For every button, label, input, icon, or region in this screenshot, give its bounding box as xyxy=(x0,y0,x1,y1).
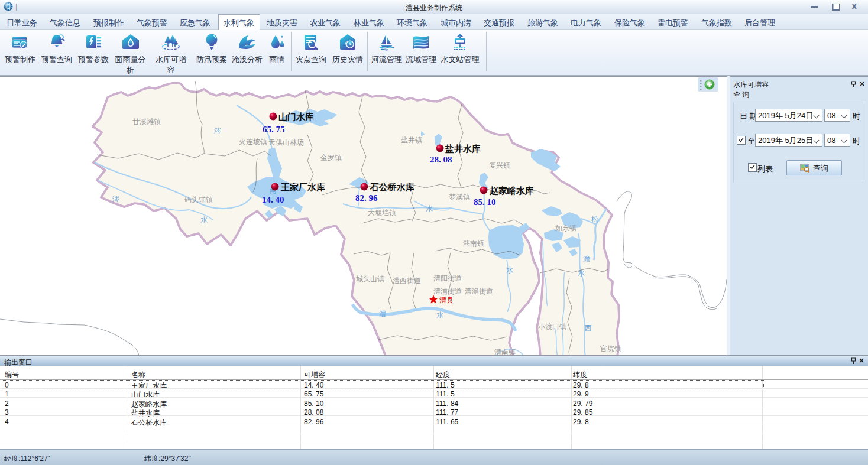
svg-text:复兴镇: 复兴镇 xyxy=(489,161,510,170)
svg-text:金罗镇: 金罗镇 xyxy=(320,154,342,162)
svg-text:城头山镇: 城头山镇 xyxy=(356,275,384,283)
svg-text:水: 水 xyxy=(506,266,513,274)
svg-text:甘溪滩镇: 甘溪滩镇 xyxy=(132,118,161,126)
svg-text:梦溪镇: 梦溪镇 xyxy=(449,193,470,201)
svg-text:水: 水 xyxy=(436,311,443,319)
svg-text:火连坡镇: 火连坡镇 xyxy=(239,138,267,146)
svg-text:澧澹街道: 澧澹街道 xyxy=(465,287,493,295)
svg-text:澧浦街道: 澧浦街道 xyxy=(433,287,462,295)
svg-text:涔: 涔 xyxy=(112,195,119,203)
svg-text:28. 08: 28. 08 xyxy=(430,155,452,164)
svg-text:澧西街道: 澧西街道 xyxy=(393,277,421,285)
svg-text:码头铺镇: 码头铺镇 xyxy=(184,196,213,204)
svg-text:澧阳街道: 澧阳街道 xyxy=(433,274,462,282)
svg-text:小渡口镇: 小渡口镇 xyxy=(538,323,566,331)
svg-text:天供山林场: 天供山林场 xyxy=(268,138,304,147)
svg-text:14. 40: 14. 40 xyxy=(262,195,284,204)
svg-text:盐井水库: 盐井水库 xyxy=(445,144,481,154)
svg-text:65. 75: 65. 75 xyxy=(263,125,285,134)
svg-text:澧: 澧 xyxy=(379,310,386,318)
svg-text:水: 水 xyxy=(200,216,208,224)
svg-text:如东镇: 如东镇 xyxy=(555,224,576,232)
svg-text:大堰垱镇: 大堰垱镇 xyxy=(368,209,396,217)
svg-text:松: 松 xyxy=(591,215,598,223)
svg-text:西: 西 xyxy=(585,324,592,332)
svg-text:水: 水 xyxy=(426,204,433,213)
svg-text:官垸镇: 官垸镇 xyxy=(600,344,621,353)
svg-text:石公桥水库: 石公桥水库 xyxy=(370,182,414,192)
svg-text:涔南镇: 涔南镇 xyxy=(462,239,484,248)
svg-text:水: 水 xyxy=(578,269,585,277)
svg-text:涔: 涔 xyxy=(213,126,221,135)
svg-text:赵家峪水库: 赵家峪水库 xyxy=(489,186,534,196)
svg-text:澹: 澹 xyxy=(583,255,590,263)
svg-text:85. 10: 85. 10 xyxy=(474,197,496,207)
svg-text:盐井镇: 盐井镇 xyxy=(401,136,422,144)
svg-text:82. 96: 82. 96 xyxy=(355,193,378,203)
svg-text:澧县: 澧县 xyxy=(439,296,454,304)
svg-text:王家厂水库: 王家厂水库 xyxy=(280,182,325,192)
svg-text:山门水库: 山门水库 xyxy=(278,112,314,122)
